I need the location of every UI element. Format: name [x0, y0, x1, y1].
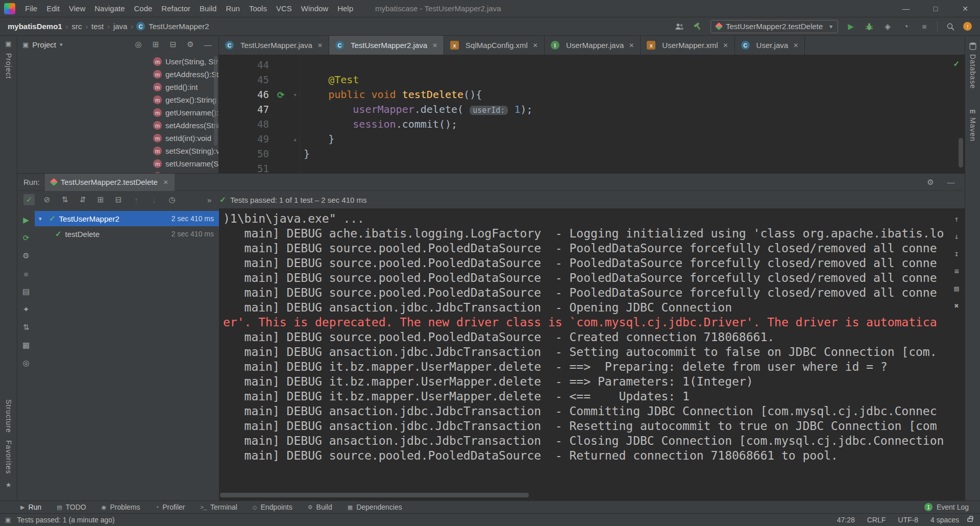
minimize-window-icon[interactable]: —: [891, 0, 921, 17]
database-icon[interactable]: [969, 42, 976, 51]
structure-item[interactable]: mUser(String, String, String): [17, 55, 218, 68]
menu-help[interactable]: Help: [333, 0, 358, 17]
structure-item[interactable]: msetAddress(String):void: [17, 119, 218, 132]
structure-item[interactable]: mgetId():int: [17, 81, 218, 93]
status-line-separator[interactable]: CRLF: [867, 516, 886, 524]
show-ignored-icon[interactable]: ⊘: [41, 194, 53, 205]
fold-icon[interactable]: ▾: [293, 87, 297, 102]
menu-navigate[interactable]: Navigate: [90, 0, 129, 17]
settings-gear-icon[interactable]: ⚙: [185, 39, 196, 50]
toolwindow-button-todo[interactable]: ▤TODO: [57, 503, 86, 511]
favorites-star-icon[interactable]: ★: [6, 481, 12, 489]
locate-file-icon[interactable]: ◎: [133, 39, 144, 50]
menu-tools[interactable]: Tools: [244, 0, 272, 17]
menu-refactor[interactable]: Refactor: [157, 0, 195, 17]
structure-item[interactable]: msetUsername(String):void: [17, 157, 218, 170]
run-tab-testdelete[interactable]: TestUserMapper2.testDelete ✕: [45, 174, 175, 191]
pin-tab-icon[interactable]: ◎: [20, 357, 32, 369]
rerun-icon[interactable]: ▶: [20, 214, 32, 226]
restore-layout-icon[interactable]: ▦: [20, 340, 32, 351]
project-scrollbar[interactable]: [214, 56, 217, 146]
menu-file[interactable]: File: [20, 0, 42, 17]
scroll-down-icon[interactable]: ↓: [951, 231, 962, 242]
structure-item[interactable]: msetId(int):void: [17, 132, 218, 145]
tab-user.java[interactable]: CUser.java✕: [735, 36, 805, 55]
close-tab-icon[interactable]: ✕: [317, 42, 323, 49]
scroll-up-icon[interactable]: ↑: [951, 213, 962, 225]
menu-run[interactable]: Run: [221, 0, 244, 17]
menu-vcs[interactable]: VCS: [272, 0, 297, 17]
show-passed-icon[interactable]: ✓: [23, 194, 35, 205]
expand-caret-icon[interactable]: ▾: [39, 216, 45, 222]
toolwindow-button-profiler[interactable]: ◔Profiler: [156, 503, 185, 511]
collapse-all-icon[interactable]: ⊟: [113, 194, 124, 205]
soft-wrap-icon[interactable]: ≡: [951, 266, 962, 277]
sort-alphabetically-icon[interactable]: ⇅: [59, 194, 70, 205]
breadcrumb-src[interactable]: src: [71, 22, 82, 31]
search-everywhere-icon[interactable]: [945, 21, 956, 32]
maven-icon[interactable]: m: [970, 107, 976, 115]
expand-all-icon[interactable]: ⊞: [150, 39, 161, 50]
navigate-stacktrace-icon[interactable]: ⇅: [20, 322, 32, 333]
scroll-to-end-icon[interactable]: ↧: [951, 248, 962, 259]
toolwindow-button-run[interactable]: ▶Run: [20, 503, 41, 511]
run-console[interactable]: )1\bin\java.exe" ... main] DEBUG ache.ib…: [219, 208, 965, 500]
tab-testusermapper2.java[interactable]: CTestUserMapper2.java✕: [329, 36, 444, 55]
previous-failed-test-icon[interactable]: ↑: [131, 194, 142, 205]
close-tab-icon[interactable]: ✕: [793, 42, 798, 49]
print-icon[interactable]: ▤: [951, 283, 962, 294]
toolwindow-button-endpoints[interactable]: ◇Endpoints: [253, 503, 292, 511]
status-caret-position[interactable]: 47:28: [837, 516, 855, 524]
code-area[interactable]: 4445 @Test46⟳▾ public void testDelete(){…: [219, 55, 965, 176]
test-settings-icon[interactable]: ⚙: [20, 250, 32, 261]
readonly-lock-icon[interactable]: [967, 518, 973, 522]
rerun-failed-tests-icon[interactable]: ⟳: [20, 232, 32, 244]
status-file-encoding[interactable]: UTF-8: [898, 516, 918, 524]
toolwindow-button-build[interactable]: ⚙Build: [308, 503, 332, 511]
dump-threads-icon[interactable]: ▤: [20, 286, 32, 297]
tab-sqlmapconfig.xml[interactable]: xSqlMapConfig.xml✕: [444, 36, 545, 55]
toolwindow-button-terminal[interactable]: >_Terminal: [201, 503, 237, 511]
breadcrumb-mybatisdemo1[interactable]: mybatisDemo1: [7, 22, 63, 31]
tab-testusermapper.java[interactable]: CTestUserMapper.java✕: [219, 36, 329, 55]
editor-scrollbar[interactable]: [959, 138, 963, 168]
toolwindow-tab-favorites[interactable]: Favorites: [5, 440, 13, 474]
next-failed-test-icon[interactable]: ↓: [149, 194, 160, 205]
close-window-icon[interactable]: ✕: [950, 0, 980, 17]
hide-panel-icon[interactable]: —: [202, 39, 213, 50]
structure-item[interactable]: mgetUsername():String: [17, 106, 218, 119]
event-log-button[interactable]: 1 Event Log: [924, 503, 980, 511]
hide-toolwindow-icon[interactable]: —: [945, 177, 957, 188]
sort-by-duration-icon[interactable]: ⇵: [77, 194, 88, 205]
toolwindow-switcher-icon[interactable]: ▣: [5, 516, 11, 523]
project-toolwindow-icon[interactable]: ▣: [5, 40, 11, 47]
profiler-button[interactable]: ◔: [900, 21, 912, 32]
tab-usermapper.java[interactable]: IUserMapper.java✕: [545, 36, 641, 55]
toolwindow-tab-maven[interactable]: Maven: [969, 117, 977, 141]
toolwindow-button-problems[interactable]: ◉Problems: [102, 503, 140, 511]
close-tab-icon[interactable]: ✕: [723, 42, 728, 49]
menu-code[interactable]: Code: [129, 0, 157, 17]
project-panel-title[interactable]: Project: [32, 40, 56, 49]
run-configuration-select[interactable]: TestUserMapper2.testDelete ▾: [710, 20, 838, 33]
coverage-button[interactable]: ◈: [882, 21, 893, 32]
update-notification-icon[interactable]: ↑: [963, 22, 972, 31]
structure-item[interactable]: mgetAddress():String: [17, 68, 218, 81]
menu-view[interactable]: View: [64, 0, 90, 17]
stop-button[interactable]: ■: [919, 21, 930, 32]
toolwindow-tab-structure[interactable]: Structure: [5, 399, 13, 433]
stop-icon[interactable]: ■: [20, 268, 32, 279]
chevron-down-icon[interactable]: ▾: [60, 41, 63, 48]
maximize-window-icon[interactable]: □: [921, 0, 950, 17]
toolwindow-button-dependencies[interactable]: ▦Dependencies: [348, 503, 402, 511]
toolwindow-tab-project[interactable]: Project: [5, 53, 13, 79]
menu-build[interactable]: Build: [195, 0, 221, 17]
close-tab-icon[interactable]: ✕: [533, 42, 538, 49]
tab-usermapper.xml[interactable]: xUserMapper.xml✕: [641, 36, 734, 55]
status-indent-style[interactable]: 4 spaces: [930, 516, 959, 524]
coverage-icon[interactable]: ✦: [20, 304, 32, 315]
close-tab-icon[interactable]: ✕: [629, 42, 634, 49]
console-hscrollbar[interactable]: [220, 493, 529, 497]
toolwindow-tab-database[interactable]: Database: [969, 54, 977, 89]
menu-window[interactable]: Window: [297, 0, 333, 17]
